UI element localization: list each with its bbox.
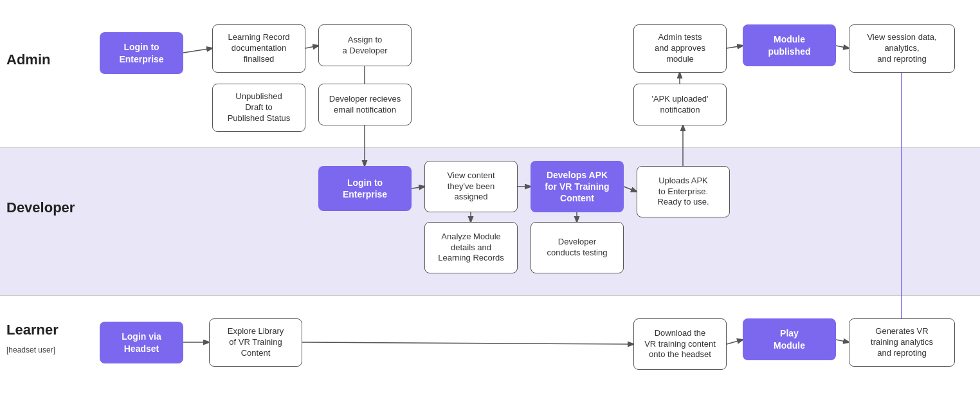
node-lr_doc: Learning Record documentation finalised <box>212 24 305 73</box>
node-dev_login: Login to Enterprise <box>318 166 412 211</box>
admin-label: Admin <box>6 51 50 68</box>
diagram: Admin Developer Learner [headset user] <box>0 0 980 413</box>
node-download_vr: Download the VR training content onto th… <box>633 318 727 370</box>
node-generates_vr: Generates VR training analytics and repr… <box>849 318 955 367</box>
node-view_session: View session data, analytics, and reprot… <box>849 24 955 73</box>
lane-admin <box>0 0 980 148</box>
node-analyze_module: Analyze Module details and Learning Reco… <box>424 222 518 273</box>
node-learner_login: Login via Headset <box>100 322 183 363</box>
node-play_module: Play Module <box>743 318 836 360</box>
node-unpublished: Unpublished Draft to Published Status <box>212 84 305 132</box>
node-develops_apk: Develops APK for VR Training Content <box>531 161 624 212</box>
developer-label: Developer <box>6 199 75 216</box>
node-dev_email: Developer recieves email notification <box>318 84 412 125</box>
node-assign_dev: Assign to a Developer <box>318 24 412 66</box>
node-module_published: Module published <box>743 24 836 66</box>
node-view_content: View content they've been assigned <box>424 161 518 212</box>
node-admin_login: Login to Enterprise <box>100 32 183 74</box>
node-uploads_apk: Uploads APK to Enterprise. Ready to use. <box>637 166 730 217</box>
node-dev_testing: Developer conducts testing <box>531 222 624 273</box>
node-explore_library: Explore Library of VR Training Content <box>209 318 302 367</box>
learner-sublabel: [headset user] <box>6 345 55 354</box>
learner-label: Learner <box>6 322 59 338</box>
node-admin_tests: Admin tests and approves module <box>633 24 727 73</box>
node-apk_uploaded: 'APK uploaded' notification <box>633 84 727 125</box>
